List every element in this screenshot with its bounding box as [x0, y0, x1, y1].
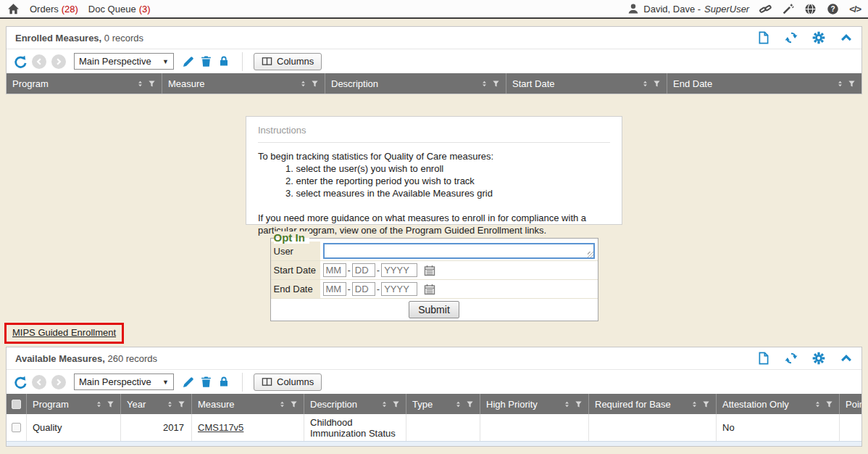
end-date-day-input[interactable]	[352, 282, 375, 296]
user-menu[interactable]: David, Dave - SuperUser	[627, 3, 749, 15]
enrolled-perspective-select[interactable]: Main Perspective ▼	[74, 53, 174, 70]
sort-icon[interactable]	[836, 79, 844, 88]
filter-icon[interactable]	[148, 79, 156, 88]
column-header-measure[interactable]: Measure	[192, 394, 304, 414]
link-icon[interactable]	[759, 3, 772, 15]
user-input[interactable]	[323, 243, 595, 259]
start-date-year-input[interactable]	[381, 263, 417, 277]
filter-icon[interactable]	[702, 400, 710, 409]
measure-link[interactable]: CMS117v5	[198, 422, 243, 433]
column-header-year[interactable]: Year	[121, 394, 192, 414]
filter-icon[interactable]	[290, 400, 298, 409]
column-header-high-priority[interactable]: High Priority	[480, 394, 589, 414]
gear-icon[interactable]	[812, 31, 825, 44]
filter-icon[interactable]	[466, 400, 474, 409]
sort-icon[interactable]	[454, 400, 462, 409]
column-header-end-date[interactable]: End Date	[667, 73, 861, 94]
filter-icon[interactable]	[311, 79, 319, 88]
undo-icon[interactable]	[14, 55, 27, 68]
row-checkbox[interactable]	[7, 414, 27, 441]
start-date-calendar-icon[interactable]	[424, 265, 435, 276]
nav-orders[interactable]: Orders (28)	[30, 4, 78, 15]
filter-icon[interactable]	[392, 400, 400, 409]
lock-perspective-icon[interactable]	[218, 376, 231, 389]
end-date-year-input[interactable]	[381, 282, 417, 296]
collapse-panel-icon[interactable]	[840, 31, 853, 44]
new-document-icon[interactable]	[757, 352, 770, 365]
undo-icon[interactable]	[14, 376, 27, 389]
filter-icon[interactable]	[825, 400, 833, 409]
sort-icon[interactable]	[814, 400, 822, 409]
column-header-type[interactable]: Type	[406, 394, 480, 414]
available-columns-button[interactable]: Columns	[254, 373, 322, 391]
gear-icon[interactable]	[812, 352, 825, 365]
column-header-required-for-base[interactable]: Required for Base	[589, 394, 717, 414]
enrolled-columns-button-label: Columns	[277, 56, 314, 67]
user-field-label: User	[271, 242, 320, 260]
column-header-program[interactable]: Program	[27, 394, 121, 414]
user-name: David, Dave -	[643, 4, 701, 15]
sort-icon[interactable]	[563, 400, 571, 409]
resize-grip-icon[interactable]	[588, 252, 593, 257]
sort-icon[interactable]	[480, 79, 488, 88]
nav-orders-count: (28)	[62, 4, 78, 15]
filter-icon[interactable]	[178, 400, 185, 409]
filter-icon[interactable]	[107, 400, 114, 409]
enrolled-title-text: Enrolled Measures,	[15, 33, 101, 44]
column-header-measure[interactable]: Measure	[162, 73, 325, 94]
filter-icon[interactable]	[492, 79, 500, 88]
available-measures-panel: Available Measures, 260 records	[6, 347, 862, 447]
start-date-day-input[interactable]	[352, 263, 375, 277]
filter-icon[interactable]	[653, 79, 661, 88]
forward-icon[interactable]	[51, 375, 66, 389]
lock-perspective-icon[interactable]	[218, 55, 231, 68]
column-header-attestation-only[interactable]: Attestation Only	[717, 394, 840, 414]
enrolled-measures-panel: Enrolled Measures, 0 records	[6, 26, 862, 94]
delete-perspective-icon[interactable]	[200, 55, 213, 68]
column-header-points[interactable]: Points	[840, 394, 861, 414]
globe-icon[interactable]	[804, 3, 817, 15]
sort-icon[interactable]	[641, 79, 649, 88]
sort-icon[interactable]	[136, 79, 144, 88]
edit-perspective-icon[interactable]	[182, 55, 195, 68]
sort-icon[interactable]	[278, 400, 286, 409]
end-date-month-input[interactable]	[323, 282, 346, 296]
sort-icon[interactable]	[380, 400, 388, 409]
back-icon[interactable]	[32, 54, 46, 69]
code-icon[interactable]: </>	[849, 4, 861, 15]
column-header-description[interactable]: Description	[304, 394, 406, 414]
nav-doc-queue[interactable]: Doc Queue (3)	[88, 4, 151, 15]
sort-icon[interactable]	[95, 400, 103, 409]
start-date-month-input[interactable]	[323, 263, 346, 277]
back-icon[interactable]	[32, 375, 46, 389]
delete-perspective-icon[interactable]	[200, 376, 213, 389]
column-header-program[interactable]: Program	[7, 73, 162, 94]
sort-icon[interactable]	[690, 400, 698, 409]
available-toolbar: Main Perspective ▼ Columns	[7, 370, 861, 394]
filter-icon[interactable]	[575, 400, 583, 409]
column-header-start-date[interactable]: Start Date	[506, 73, 667, 94]
help-icon[interactable]: ?	[827, 3, 839, 15]
available-perspective-select[interactable]: Main Perspective ▼	[74, 373, 174, 390]
svg-text:?: ?	[831, 5, 835, 13]
row-description: Childhood Immunization Status	[304, 414, 406, 441]
refresh-icon[interactable]	[785, 352, 798, 365]
enrolled-columns-button[interactable]: Columns	[254, 53, 322, 70]
submit-button[interactable]: Submit	[409, 301, 459, 318]
select-all-checkbox[interactable]	[7, 394, 27, 414]
edit-perspective-icon[interactable]	[182, 376, 195, 389]
sort-icon[interactable]	[166, 400, 174, 409]
end-date-calendar-icon[interactable]	[424, 284, 435, 295]
forward-icon[interactable]	[51, 54, 66, 69]
filter-icon[interactable]	[848, 79, 856, 88]
table-row[interactable]: Quality 2017 CMS117v5 Childhood Immuniza…	[7, 414, 861, 441]
wand-icon[interactable]	[782, 3, 794, 15]
sort-icon[interactable]	[299, 79, 307, 88]
refresh-icon[interactable]	[785, 31, 798, 44]
mips-guided-enrollment-link[interactable]: MIPS Guided Enrollment	[12, 327, 116, 338]
home-icon[interactable]	[7, 3, 20, 15]
new-document-icon[interactable]	[757, 31, 770, 44]
column-header-description[interactable]: Description	[325, 73, 506, 94]
collapse-panel-icon[interactable]	[840, 352, 853, 365]
next-row-partial	[7, 441, 861, 446]
